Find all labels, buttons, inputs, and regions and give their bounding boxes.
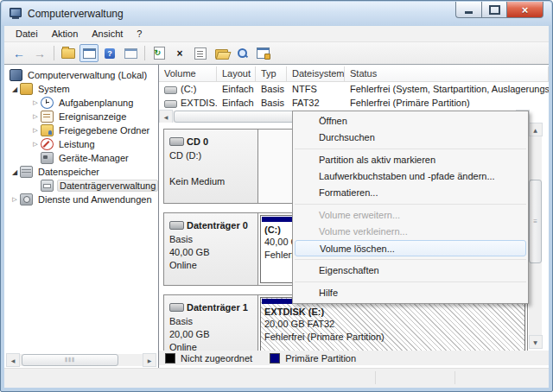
menu-datei[interactable]: Datei (9, 28, 45, 40)
disk1-size: 20,00 GB (169, 328, 257, 341)
column-header-layout[interactable]: Layout (217, 66, 256, 81)
menu-item-volume-loeschen[interactable]: Volume löschen... (295, 240, 526, 256)
scroll-up-icon[interactable]: ▲ (529, 123, 543, 136)
forward-button[interactable]: → (30, 44, 49, 62)
volume-list: Volume Layout Typ Dateisystem Status (C:… (159, 65, 549, 111)
menu-item-volume-erweitern[interactable]: Volume erweitern... (293, 207, 528, 224)
volume-typ: Basis (256, 84, 287, 94)
expander-collapsed-icon[interactable]: ▷ (30, 113, 41, 120)
volume-icon (164, 86, 177, 94)
tree-item-computerverwaltung[interactable]: Computerverwaltung (Lokal) (4, 68, 158, 82)
forward-icon: → (34, 47, 46, 60)
tree-item-geraete-manager[interactable]: Geräte-Manager (4, 151, 158, 165)
scrollbar-thumb[interactable]: ≡ (529, 180, 542, 263)
disk1-name: Datenträger 1 (187, 302, 248, 313)
console-window-button[interactable] (79, 44, 99, 62)
menu-item-partition-als-aktiv-markieren[interactable]: Partition als aktiv markieren (293, 152, 528, 168)
maximize-button[interactable] (481, 2, 507, 18)
cd-drive-info[interactable]: CD 0 CD (D:) Kein Medium (164, 130, 258, 203)
help-icon: ? (105, 48, 115, 59)
legend-label-unallocated: Nicht zugeordnet (181, 353, 252, 364)
show-console-tree-button[interactable] (59, 44, 78, 62)
menu-item-durchsuchen[interactable]: Durchsuchen (293, 130, 528, 146)
refresh-icon: ↻ (154, 47, 165, 60)
menu-aktion[interactable]: Aktion (45, 28, 86, 40)
refresh-button[interactable]: ↻ (149, 44, 168, 62)
volume-list-header: Volume Layout Typ Dateisystem Status (159, 66, 549, 82)
scroll-left-icon[interactable]: ◀ (159, 110, 173, 123)
window-controls: × (455, 2, 543, 18)
action-pane-button[interactable] (121, 44, 140, 62)
expander-collapsed-icon[interactable]: ▷ (30, 127, 41, 134)
tree-item-freigegebene-ordner[interactable]: ▷ Freigegebene Ordner (4, 123, 158, 137)
delete-button[interactable]: × (170, 44, 189, 62)
event-viewer-icon (41, 111, 54, 123)
tree-item-leistung[interactable]: ▷ Leistung (4, 137, 158, 151)
menu-help[interactable]: ? (130, 28, 149, 40)
help-button[interactable]: ? (100, 44, 119, 62)
menu-item-laufwerkbuchstaben-aendern[interactable]: Laufwerkbuchstaben und -pfade ändern... (293, 168, 528, 185)
scroll-down-icon[interactable]: ▼ (529, 335, 543, 349)
tree-item-ereignisanzeige[interactable]: ▷ Ereignisanzeige (4, 110, 158, 123)
storage-icon (20, 166, 33, 178)
expander-collapsed-icon[interactable]: ▷ (30, 99, 41, 106)
tree-item-label: System (36, 84, 72, 94)
tree-item-dienste-und-anwendungen[interactable]: ▷ Dienste und Anwendungen (4, 193, 158, 206)
disk-view-vertical-scrollbar[interactable]: ▲ ≡ ▼ (529, 123, 542, 349)
menu-item-eigenschaften[interactable]: Eigenschaften (293, 262, 528, 279)
expander-expanded-icon[interactable]: ◢ (10, 168, 20, 176)
disk0-info[interactable]: Datenträger 0 Basis 40,00 GB Online (164, 213, 258, 285)
disk0-status: Online (169, 259, 257, 272)
expander-collapsed-icon[interactable]: ▷ (30, 141, 41, 148)
open-folder-button[interactable] (212, 44, 231, 62)
properties-button[interactable] (191, 44, 210, 62)
disk1-info[interactable]: Datenträger 1 Basis 20,00 GB Online (164, 295, 258, 351)
cd-drive-status: Kein Medium (169, 175, 257, 188)
disk-snapin-button[interactable] (253, 44, 272, 62)
window-title: Computerverwaltung (28, 8, 124, 20)
minimize-button[interactable] (455, 2, 481, 18)
unallocated-color-swatch (165, 353, 175, 364)
expander-collapsed-icon[interactable]: ▷ (10, 196, 20, 203)
tree-item-label: Leistung (57, 139, 97, 149)
tree-item-label-selected: Datenträgerverwaltung (57, 180, 158, 192)
scroll-left-icon[interactable]: ◀ (6, 353, 20, 367)
tree-item-system[interactable]: ◢ System (4, 82, 158, 96)
menu-item-hilfe[interactable]: Hilfe (293, 285, 528, 301)
title-bar[interactable]: Computerverwaltung × (2, 2, 551, 25)
tree-item-aufgabenplanung[interactable]: ▷ Aufgabenplanung (4, 96, 158, 110)
menu-item-formatieren[interactable]: Formatieren... (293, 185, 528, 201)
menu-item-oeffnen[interactable]: Öffnen (293, 113, 528, 130)
volume-dateisystem: FAT32 (287, 98, 345, 108)
menu-item-volume-verkleinern[interactable]: Volume verkleinern... (293, 224, 528, 240)
disk1-type: Basis (169, 315, 257, 328)
search-button[interactable] (232, 44, 251, 62)
volume-row-c[interactable]: (C:) Einfach Basis NTFS Fehlerfrei (Syst… (159, 82, 549, 96)
scrollbar-thumb[interactable]: ⦀⦀⦀ (22, 354, 118, 366)
console-window-icon (83, 48, 96, 59)
status-bar (4, 368, 549, 388)
tree-item-datentraegerverwaltung[interactable]: Datenträgerverwaltung (4, 179, 158, 193)
volume-status: Fehlerfrei (Primäre Partition) (345, 98, 549, 108)
partition-extdisk-selected[interactable]: EXTDISK (E:) 20,00 GB FAT32 Fehlerfrei (… (260, 297, 525, 351)
partition-legend: Nicht zugeordnet Primäre Partition (159, 351, 549, 365)
primary-partition-color-swatch (270, 353, 280, 364)
column-header-typ[interactable]: Typ (256, 66, 287, 81)
tree-item-datenspeicher[interactable]: ◢ Datenspeicher (4, 165, 158, 179)
menu-ansicht[interactable]: Ansicht (85, 28, 130, 40)
tree-horizontal-scrollbar[interactable]: ◀ ⦀⦀⦀ ▶ (6, 354, 156, 366)
back-button[interactable]: ← (10, 44, 29, 62)
search-icon (237, 47, 248, 59)
column-header-volume[interactable]: Volume (159, 66, 217, 81)
scroll-right-icon[interactable]: ▶ (143, 353, 156, 367)
task-scheduler-icon (41, 97, 54, 109)
partition-size: 20,00 GB FAT32 (261, 318, 524, 331)
column-header-status[interactable]: Status (345, 66, 549, 81)
toolbar-separator (144, 46, 145, 60)
close-button[interactable]: × (507, 2, 543, 18)
column-header-dateisystem[interactable]: Dateisystem (287, 66, 345, 81)
expander-expanded-icon[interactable]: ◢ (10, 85, 20, 93)
volume-row-extdisk[interactable]: EXTDIS... Einfach Basis FAT32 Fehlerfrei… (159, 96, 549, 110)
console-tree: Computerverwaltung (Lokal) ◢ System ▷ Au… (4, 65, 159, 368)
menu-separator (295, 281, 526, 282)
